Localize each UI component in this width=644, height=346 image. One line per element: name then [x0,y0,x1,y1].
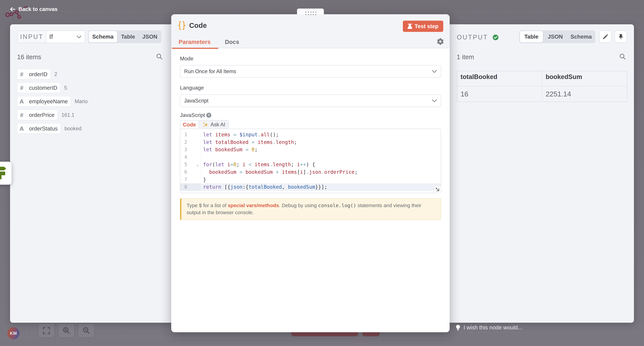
node-details-modal: Code Test step ParametersDocs Mode Run O… [171,14,450,332]
test-step-button[interactable]: Test step [403,21,443,32]
code-line-6[interactable]: bookedSum = bookedSum + items[i].json.or… [201,168,441,176]
node-feedback-label: I wish this node would... [464,324,522,331]
code-line-2[interactable]: let totalBooked = items.length; [201,138,441,146]
gutter-line-6: 6 [180,168,201,176]
modal-header: Code Test step ParametersDocs [171,14,450,49]
reset-zoom-button[interactable] [38,323,55,338]
chevron-down-icon [432,99,437,102]
editor-tab-ask-ai-label: Ask AI [210,122,225,128]
schema-field-value: booked [64,126,82,132]
schema-field-orderPrice[interactable]: #orderPrice161.1 [17,110,88,120]
expand-editor-button[interactable] [434,185,441,193]
mode-field-label: Mode [180,56,193,62]
input-source-value: If [49,33,53,40]
user-avatar[interactable]: KM [8,327,20,339]
code-line-3[interactable]: let bookedSum = 0; [201,146,441,154]
zoom-in-button[interactable] [58,323,75,338]
svg-text:?: ? [208,113,210,117]
schema-pill: #orderPrice [17,110,58,120]
back-to-canvas-label: Back to canvas [18,6,58,12]
editor-tabs: Code Ask AI [180,120,229,129]
number-type-icon: # [18,69,26,79]
modal-tab-parameters[interactable]: Parameters [171,38,218,45]
code-line-4[interactable] [201,154,441,161]
output-table-row: 162251.14 [457,86,627,102]
gutter-line-5: 5⌄ [180,161,201,168]
input-items-count: 16 items [17,54,41,61]
search-icon[interactable] [619,53,626,60]
input-schema-list: #orderID2#customerID5AemployeeNameMario#… [17,69,88,137]
mode-select-value: Run Once for All Items [184,68,236,74]
number-type-icon: # [18,83,26,93]
editor-tab-code[interactable]: Code [180,120,199,129]
input-source-select[interactable]: INPUT If [17,30,85,43]
drag-dots-icon [306,12,316,15]
schema-pill: #customerID [17,83,60,93]
schema-field-customerID[interactable]: #customerID5 [17,83,88,93]
fullscreen-icon [43,327,50,334]
node-feedback-link[interactable]: I wish this node would... [455,324,522,331]
expand-icon [435,187,440,192]
output-view-tab-table[interactable]: Table [520,31,543,42]
schema-field-name: customerID [26,83,60,93]
schema-field-name: orderID [26,69,50,79]
input-view-tab-table[interactable]: Table [117,31,139,42]
editor-gutter: 12345⌄678 [180,129,201,193]
modal-tabs: ParametersDocs [171,38,246,45]
input-view-tab-schema[interactable]: Schema [89,31,117,42]
back-to-canvas-button[interactable]: Back to canvas [10,6,58,12]
output-table: totalBookedbookedSum 162251.14 [457,71,628,102]
code-line-7[interactable]: } [201,176,441,184]
code-editor[interactable]: 12345⌄678 let items = $input.all();let t… [180,129,441,193]
schema-field-value: 2 [54,71,57,77]
hint-code: console.log() [318,202,356,208]
schema-field-orderStatus[interactable]: AorderStatusbooked [17,124,88,134]
gutter-line-7: 7 [180,176,201,184]
output-view-tab-json[interactable]: JSON [543,31,568,42]
code-line-8[interactable]: return [{json:{totalBooked, bookedSum}}]… [201,183,441,191]
schema-pill: AorderStatus [17,124,61,134]
input-panel: INPUT If SchemaTableJSON 16 items #order… [10,24,171,323]
output-table-cell: 16 [457,86,542,102]
sparkles-icon [202,122,208,128]
canvas-zoom-controls [38,323,95,338]
edit-output-button[interactable] [599,30,612,43]
schema-field-orderID[interactable]: #orderID2 [17,69,88,79]
code-line-5[interactable]: for(let i=0; i < items.length; i++) { [201,161,441,168]
input-view-tab-json[interactable]: JSON [139,31,161,42]
zoom-in-icon [62,327,70,334]
editor-hint-callout: Type $ for a list of special vars/method… [180,198,441,220]
hint-special-vars-link[interactable]: special vars/methods [228,202,279,208]
gutter-line-3: 3 [180,146,201,154]
gutter-line-8: 8 [180,183,201,191]
pin-output-button[interactable] [615,30,627,43]
fold-chevron-icon[interactable]: ⌄ [196,162,200,168]
schema-field-name: orderPrice [26,110,57,120]
lightbulb-icon [455,324,461,330]
settings-gear-icon[interactable] [437,38,444,45]
schema-field-employeeName[interactable]: AemployeeNameMario [17,96,88,106]
output-panel: OUTPUT TableJSONSchema 1 item totalBooke… [450,24,634,323]
language-select[interactable]: JavaScript [180,94,441,107]
mode-select[interactable]: Run Once for All Items [180,65,441,78]
zoom-out-button[interactable] [78,323,95,338]
modal-tab-docs[interactable]: Docs [218,38,246,45]
output-table-header-bookedSum: bookedSum [542,71,628,86]
schema-field-value: 5 [64,85,67,91]
test-step-label: Test step [414,23,438,30]
output-items-count: 1 item [457,54,474,61]
search-icon[interactable] [156,53,163,60]
code-node-icon [178,21,186,30]
string-type-icon: A [18,124,26,134]
code-line-1[interactable]: let items = $input.all(); [201,131,441,138]
code-param-label: JavaScript [180,112,205,118]
schema-field-value: 161.1 [62,112,74,118]
output-view-tabs: TableJSONSchema [519,30,595,43]
editor-code-area: let items = $input.all();let totalBooked… [201,129,441,193]
input-label: INPUT [18,31,46,43]
modal-drag-handle[interactable] [297,8,324,14]
editor-tab-ask-ai[interactable]: Ask AI [199,120,229,129]
help-circle-icon[interactable]: ? [206,113,211,118]
input-node-stub[interactable] [0,162,12,185]
output-view-tab-schema[interactable]: Schema [568,31,594,42]
